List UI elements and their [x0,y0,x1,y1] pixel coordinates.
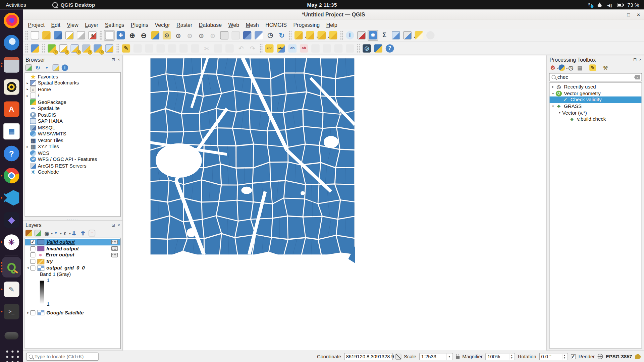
toolbox-search-box[interactable]: × [549,73,642,81]
toolbox-float-button[interactable]: ⊡ [633,57,637,62]
history-button[interactable]: ◷ [568,64,574,71]
new-mesh-layer-button[interactable]: ✳ [93,43,103,54]
pin-unpin-labels-button[interactable] [310,43,321,54]
browser-item-wfs-ogc-api[interactable]: WWFS / OGC API - Features [25,156,120,163]
collapse-all-layers-button[interactable]: ⇈ [80,230,87,237]
dock-item-vscode[interactable] [0,187,23,209]
dock-item-rhythmbox[interactable] [0,76,23,98]
browser-close-button[interactable]: × [117,57,120,62]
menu-vector[interactable]: Vector [152,21,173,28]
layer-item-invalid-output[interactable]: Invalid output [25,245,120,252]
filter-browser-button[interactable]: ▼ [44,64,50,71]
browser-item-geopackage[interactable]: GeoPackage [25,99,120,105]
add-group-button[interactable] [35,230,41,237]
extent-toggle-icon[interactable] [395,354,401,359]
hcmgis-search-button[interactable]: ◎ [362,43,372,54]
new-virtual-layer-button[interactable] [104,43,115,54]
zoom-to-selection-button[interactable]: ⊙ [161,30,172,41]
field-calculator-button[interactable] [356,30,367,41]
zoom-out-button[interactable]: ⊖ [139,30,149,41]
menu-plugins[interactable]: Plugins [127,21,152,28]
python-console-button[interactable] [373,43,384,54]
map-canvas[interactable] [123,55,546,350]
temporal-controller-panel-button[interactable]: ◷ [265,30,276,41]
dock-item-slack[interactable]: ✳ [0,231,23,253]
expand-all-layers-button[interactable]: ⇊ [71,230,77,237]
menu-view[interactable]: View [64,21,82,28]
rotate-label-button[interactable] [333,43,344,54]
dock-item-thunderbird[interactable]: ✉ [0,32,23,54]
toolbox-search-input[interactable] [556,74,634,80]
layer-item-output-grid-0-0[interactable]: ▾output_grid_0_0 [25,265,120,271]
toolbox-item-check-validity[interactable]: ✓Check validity [549,97,641,103]
edit-features-in-place-button[interactable]: ✎ [589,64,596,71]
menu-database[interactable]: Database [196,21,225,28]
new-geopackage-layer-button[interactable]: ✳ [46,43,57,54]
pan-map-button[interactable] [104,30,115,41]
new-spatialite-layer-button[interactable]: ✳ [69,43,80,54]
new-shapefile-layer-button[interactable]: ✳ [58,43,69,54]
maximize-button[interactable]: □ [627,12,630,17]
dock-item-text-editor[interactable]: ✎ [0,278,23,300]
layer-visibility-checkbox[interactable] [31,259,36,264]
layer-item-error-output[interactable]: Error output [25,252,120,258]
dock-item-files[interactable] [0,54,23,76]
messages-icon[interactable] [635,354,641,359]
show-spatial-bookmarks-button[interactable] [254,30,264,41]
browser-properties-button[interactable]: i [62,64,68,71]
layers-close-button[interactable]: × [117,223,120,227]
browser-item-sap-hana[interactable]: SAP HANA [25,118,120,124]
results-viewer-button[interactable]: ▤ [577,64,583,71]
map-tips-button[interactable] [414,30,424,41]
menu-mesh[interactable]: Mesh [243,21,262,28]
new-spatial-bookmark-button[interactable] [242,30,253,41]
crs-status[interactable]: EPSG:3857 [606,354,632,359]
filter-legend-button[interactable]: ▼▾ [53,230,59,237]
locate-input[interactable] [34,353,97,360]
toggle-editing-button[interactable]: ✎ [121,43,131,54]
pan-to-selection-button[interactable]: ✚ [115,30,126,41]
browser-item-spatial-bookmarks[interactable]: ▸Spatial Bookmarks [25,80,120,86]
data-source-manager-button[interactable] [30,43,40,54]
minimize-button[interactable]: ─ [616,12,620,17]
scale-combo[interactable]: 1:2533 ▼ [419,353,453,360]
move-label-button[interactable] [322,43,332,54]
add-selected-layers-button[interactable] [25,64,32,71]
measure-line-button[interactable]: ▾ [402,30,413,41]
clock[interactable]: May 2 11:35 [307,2,337,8]
rotation-spinbox[interactable]: 0.0 ° ▲▼ [539,353,568,360]
zoom-to-layer-button[interactable]: ⊙ [173,30,184,41]
dock-item-app-grid[interactable] [0,345,23,362]
toolbox-close-button[interactable]: × [639,57,641,62]
memory-layer-indicator-icon[interactable] [111,240,118,244]
browser-item-xyz-tiles[interactable]: ▸▦XYZ Tiles [25,143,120,150]
coordinate-value[interactable]: 8619120.8,3091328.9 [344,353,392,360]
dock-item-ubuntu-software[interactable]: A [0,98,23,120]
layer-labeling-button[interactable]: abc [264,43,275,54]
style-manager-button[interactable]: a [87,30,98,41]
layers-float-button[interactable]: ⊡ [112,223,115,227]
filter-by-expression-button[interactable]: ε▾ [62,230,68,237]
highlight-pinned-labels-button[interactable]: ab [299,43,309,54]
new-georeferencer-button[interactable] [425,30,436,41]
layer-visibility-checkbox[interactable] [31,246,36,251]
zoom-native-resolution-button[interactable]: ⊙ [184,30,195,41]
attribute-table-button[interactable] [390,30,401,41]
render-checkbox[interactable]: ✓ [571,354,576,359]
copy-features-button[interactable] [213,43,223,54]
manage-map-themes-button[interactable]: ◉▾ [44,230,50,237]
dock-item-help[interactable]: ? [0,142,23,165]
menu-help[interactable]: Help [323,21,340,28]
browser-item-vector-tiles[interactable]: ▦Vector Tiles [25,137,120,143]
browser-item-home[interactable]: ▸⌂Home [25,86,120,93]
toolbox-item-grass[interactable]: ▾♣GRASS [549,103,641,109]
dock-item-qgis[interactable]: Q [0,256,23,278]
menu-layer[interactable]: Layer [82,21,101,28]
close-button[interactable]: × [637,12,640,17]
undo-button[interactable]: ↶ [236,43,247,54]
new-3d-map-view-button[interactable] [230,30,241,41]
focused-app-menu[interactable]: QGIS Desktop [52,2,95,8]
memory-layer-indicator-icon[interactable] [111,253,118,257]
memory-layer-indicator-icon[interactable] [111,246,118,251]
zoom-full-extent-button[interactable] [150,30,161,41]
